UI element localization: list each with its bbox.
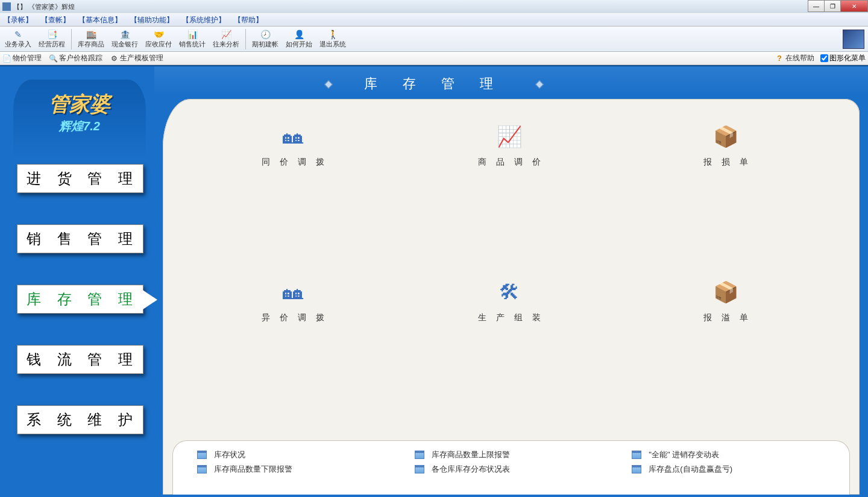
price-chart-icon: 📈 bbox=[492, 122, 530, 151]
sidebar-item-sysmaint[interactable]: 系 统 维 护 bbox=[17, 405, 143, 434]
menu-query[interactable]: 【查帐】 bbox=[41, 15, 70, 25]
sheet-icon: 📄 bbox=[2, 54, 11, 63]
tool-howto[interactable]: 👤如何开始 bbox=[282, 27, 316, 51]
barchart-icon: 📊 bbox=[186, 29, 198, 40]
table-icon bbox=[197, 465, 207, 473]
tool-sales-stats[interactable]: 📊销售统计 bbox=[175, 27, 209, 51]
main-toolbar: ✎业务录入 📑经营历程 🏬库存商品 🏦现金银行 🤝应收应付 📊销售统计 📈往来分… bbox=[0, 27, 868, 52]
search-icon: 🔍 bbox=[49, 54, 57, 63]
tool2-customer-price[interactable]: 🔍客户价格跟踪 bbox=[49, 53, 102, 63]
maximize-button[interactable]: ❐ bbox=[824, 0, 841, 12]
diamond-icon bbox=[535, 80, 544, 89]
report-panel: 库存状况 库存商品数量上限报警 "全能" 进销存变动表 库存商品数量下限报警 各… bbox=[172, 440, 850, 495]
minimize-button[interactable]: — bbox=[808, 0, 825, 12]
menu-sys-maint[interactable]: 【系统维护】 bbox=[182, 15, 225, 25]
tool2-price-mgmt[interactable]: 📄物价管理 bbox=[2, 53, 42, 63]
main-area: 库 存 管 理 管家婆 辉煌7.2 进 货 管 理 销 售 管 理 库 存 管 … bbox=[0, 65, 868, 497]
logo-text: 管家婆 bbox=[13, 90, 146, 118]
close-button[interactable]: ✕ bbox=[840, 0, 868, 12]
sidebar-item-cashflow[interactable]: 钱 流 管 理 bbox=[17, 345, 143, 374]
pen-icon: ✎ bbox=[12, 29, 24, 40]
sidebar-item-purchase[interactable]: 进 货 管 理 bbox=[17, 164, 143, 193]
tool-business-entry[interactable]: ✎业务录入 bbox=[1, 27, 35, 51]
brand-logo-icon bbox=[843, 30, 864, 49]
tool-opening[interactable]: 🕗期初建帐 bbox=[248, 27, 282, 51]
tool-history[interactable]: 📑经营历程 bbox=[35, 27, 69, 51]
content-panel: 🏘同 价 调 拨 📈商 品 调 价 📦报 损 单 🏘异 价 调 拨 🛠生 产 组… bbox=[163, 99, 860, 495]
exit-icon: 🚶 bbox=[327, 29, 339, 40]
graphical-menu-toggle[interactable]: 图形化菜单 bbox=[820, 53, 866, 63]
tool-exit[interactable]: 🚶退出系统 bbox=[316, 27, 350, 51]
app-icon bbox=[2, 2, 11, 11]
menu-record[interactable]: 【录帐】 bbox=[4, 15, 33, 25]
menu-basic-info[interactable]: 【基本信息】 bbox=[78, 15, 122, 25]
tool2-prod-template[interactable]: ⚙生产模板管理 bbox=[110, 53, 163, 63]
diamond-icon bbox=[324, 80, 333, 89]
func-damage-report[interactable]: 📦报 损 单 bbox=[619, 122, 835, 277]
report-lower-alarm[interactable]: 库存商品数量下限报警 bbox=[197, 464, 397, 475]
func-overflow-report[interactable]: 📦报 溢 单 bbox=[619, 277, 835, 433]
table-icon bbox=[197, 451, 207, 459]
warehouse-swap-icon: 🏘 bbox=[275, 277, 314, 306]
table-icon bbox=[632, 465, 641, 473]
secondary-toolbar: 📄物价管理 🔍客户价格跟踪 ⚙生产模板管理 ? 在线帮助 图形化菜单 bbox=[0, 52, 868, 65]
clock-icon: 🕗 bbox=[259, 29, 271, 40]
report-upper-alarm[interactable]: 库存商品数量上限报警 bbox=[415, 449, 614, 460]
toolbar-separator bbox=[245, 29, 246, 49]
report-allinone-change[interactable]: "全能" 进销存变动表 bbox=[632, 449, 831, 460]
online-help-link[interactable]: 在线帮助 bbox=[785, 53, 814, 63]
tool-receivable[interactable]: 🤝应收应付 bbox=[142, 27, 175, 51]
menu-help[interactable]: 【帮助】 bbox=[234, 15, 263, 25]
damage-box-icon: 📦 bbox=[708, 122, 747, 151]
report-stock-count[interactable]: 库存盘点(自动盘赢盘亏) bbox=[632, 464, 831, 475]
handshake-icon: 🤝 bbox=[153, 29, 165, 40]
tool-cash-bank[interactable]: 🏦现金银行 bbox=[108, 27, 142, 51]
logo-panel: 管家婆 辉煌7.2 bbox=[13, 80, 146, 158]
trend-icon: 📈 bbox=[220, 29, 232, 40]
func-prod-assembly[interactable]: 🛠生 产 组 装 bbox=[403, 277, 620, 433]
report-stock-status[interactable]: 库存状况 bbox=[197, 449, 397, 460]
gear-icon: ⚙ bbox=[110, 54, 118, 63]
sidebar: 管家婆 辉煌7.2 进 货 管 理 销 售 管 理 库 存 管 理 钱 流 管 … bbox=[0, 66, 154, 497]
menu-aux[interactable]: 【辅助功能】 bbox=[130, 15, 174, 25]
table-icon bbox=[415, 465, 424, 473]
bank-icon: 🏦 bbox=[119, 29, 131, 40]
tools-icon: 🛠 bbox=[492, 277, 530, 306]
sidebar-item-inventory[interactable]: 库 存 管 理 bbox=[17, 285, 143, 314]
menu-bar: 【录帐】 【查帐】 【基本信息】 【辅助功能】 【系统维护】 【帮助】 bbox=[0, 13, 868, 27]
func-diff-price-transfer[interactable]: 🏘异 价 调 拨 bbox=[187, 277, 403, 433]
func-price-adjust[interactable]: 📈商 品 调 价 bbox=[403, 122, 620, 277]
toolbar-separator bbox=[71, 29, 72, 49]
func-same-price-transfer[interactable]: 🏘同 价 调 拨 bbox=[187, 122, 403, 277]
table-icon bbox=[415, 451, 424, 459]
overflow-box-icon: 📦 bbox=[708, 277, 747, 306]
help-icon: ? bbox=[777, 54, 782, 63]
logo-subtitle: 辉煌7.2 bbox=[13, 118, 146, 135]
table-icon bbox=[632, 451, 641, 459]
warehouse-transfer-icon: 🏘 bbox=[275, 122, 314, 151]
store-icon: 🏬 bbox=[85, 29, 97, 40]
title-bar: 【】 《管家婆》辉煌 — ❐ ✕ bbox=[0, 0, 868, 13]
tool-inventory[interactable]: 🏬库存商品 bbox=[74, 27, 108, 51]
tool-analysis[interactable]: 📈往来分析 bbox=[209, 27, 243, 51]
graphical-menu-checkbox[interactable] bbox=[820, 54, 828, 62]
report-warehouse-dist[interactable]: 各仓库库存分布状况表 bbox=[415, 464, 614, 475]
sidebar-item-sales[interactable]: 销 售 管 理 bbox=[17, 224, 143, 253]
doc-icon: 📑 bbox=[46, 29, 58, 40]
window-title: 【】 《管家婆》辉煌 bbox=[13, 2, 75, 11]
person-icon: 👤 bbox=[293, 29, 305, 40]
